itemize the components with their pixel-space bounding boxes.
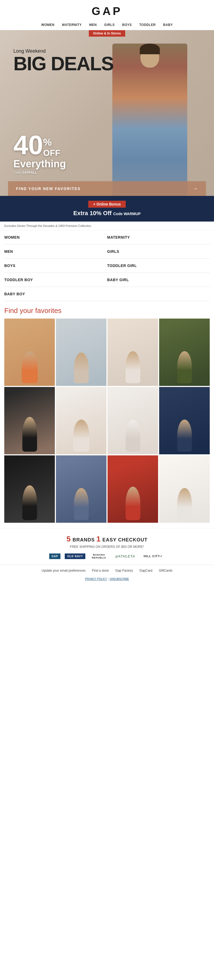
favorites-grid bbox=[4, 318, 210, 523]
header: GAP WOMEN MATERNITY MEN GIRLS BOYS TODDL… bbox=[0, 0, 214, 30]
hero-cta-text: FIND YOUR NEW FAVORITES bbox=[16, 186, 81, 191]
bonus-badge: + Online Bonus bbox=[88, 201, 125, 208]
checkout-count: 1 bbox=[96, 535, 101, 543]
hero-inner: Long Weekend BIG DEALS 40 % OFF bbox=[0, 30, 214, 196]
hero-content: Long Weekend BIG DEALS 40 % OFF bbox=[8, 38, 206, 196]
list-item[interactable] bbox=[107, 318, 158, 386]
hero-discount: 40 % OFF Everything Code GAPFALL bbox=[13, 132, 66, 175]
footer-giftcards[interactable]: GiftCards bbox=[159, 569, 172, 573]
cat-men[interactable]: MEN bbox=[4, 245, 107, 258]
cat-baby-girl[interactable]: BABY GIRL bbox=[107, 273, 210, 287]
bonus-code: Code WARMUP bbox=[113, 212, 141, 216]
list-item[interactable] bbox=[159, 387, 210, 454]
brands-headline: 5 BRANDS 1 EASY CHECKOUT bbox=[4, 535, 210, 543]
cat-toddler-boy[interactable]: TODDLER BOY bbox=[4, 273, 107, 287]
nav-girls[interactable]: GIRLS bbox=[104, 23, 115, 27]
excludes-text: Excludes Denim Through the Decades & 196… bbox=[0, 221, 214, 231]
list-item[interactable] bbox=[159, 318, 210, 386]
footer-gap-factory[interactable]: Gap Factory bbox=[115, 569, 133, 573]
footer-legal: PRIVACY POLICY | UNSUBSCRIBE bbox=[0, 574, 214, 585]
cat-row-3: BOYS TODDLER GIRL bbox=[4, 259, 210, 273]
main-nav: WOMEN MATERNITY MEN GIRLS BOYS TODDLER B… bbox=[0, 20, 214, 30]
brand-oldnavy-logo: OLD NAVY bbox=[65, 554, 85, 559]
footer-find-store[interactable]: Find a store bbox=[92, 569, 109, 573]
footer-links: Update your email preferences Find a sto… bbox=[0, 565, 214, 574]
list-item[interactable] bbox=[56, 387, 107, 454]
favorites-title: Find your favorites bbox=[4, 307, 210, 315]
privacy-policy-link[interactable]: PRIVACY POLICY bbox=[85, 578, 107, 581]
cat-row-2: MEN GIRLS bbox=[4, 245, 210, 259]
brands-section: 5 BRANDS 1 EASY CHECKOUT FREE SHIPPING O… bbox=[0, 528, 214, 565]
cat-row-5: BABY BOY bbox=[4, 287, 210, 301]
discount-item: Everything bbox=[13, 158, 66, 170]
cat-baby-boy[interactable]: BABY BOY bbox=[4, 287, 107, 301]
hero-code: Code GAPFALL bbox=[13, 171, 66, 175]
unsubscribe-link[interactable]: UNSUBSCRIBE bbox=[110, 578, 129, 581]
brand-banana-logo: BANANAREPUBLIC bbox=[89, 552, 109, 560]
bonus-bar: + Online Bonus Extra 10% Off Code WARMUP bbox=[0, 196, 214, 221]
list-item[interactable] bbox=[4, 318, 55, 386]
brands-count: 5 bbox=[67, 535, 71, 543]
categories-section: WOMEN MATERNITY MEN GIRLS BOYS TODDLER G… bbox=[0, 231, 214, 301]
brands-sub: FREE SHIPPING ON ORDERS OF $50 OR MORE* bbox=[4, 545, 210, 549]
nav-toddler[interactable]: TODDLER bbox=[139, 23, 156, 27]
list-item[interactable] bbox=[56, 455, 107, 523]
cat-empty bbox=[107, 287, 210, 301]
nav-men[interactable]: MEN bbox=[89, 23, 97, 27]
cat-girls[interactable]: GIRLS bbox=[107, 245, 210, 258]
cat-row-1: WOMEN MATERNITY bbox=[4, 231, 210, 245]
bonus-text: Extra 10% Off Code WARMUP bbox=[5, 210, 209, 217]
brands-logos: GAP OLD NAVY BANANAREPUBLIC ◎ATHLETA HIL… bbox=[4, 552, 210, 560]
discount-symbol: % bbox=[43, 137, 60, 148]
nav-maternity[interactable]: MATERNITY bbox=[62, 23, 82, 27]
nav-boys[interactable]: BOYS bbox=[122, 23, 132, 27]
list-item[interactable] bbox=[159, 455, 210, 523]
hero-section: Online & In Stores Long Weekend BIG DEAL… bbox=[0, 30, 214, 196]
cat-boys[interactable]: BOYS bbox=[4, 259, 107, 273]
list-item[interactable] bbox=[4, 387, 55, 454]
list-item[interactable] bbox=[4, 455, 55, 523]
favorites-section: Find your favorites bbox=[0, 301, 214, 525]
hero-title: BIG DEALS bbox=[13, 54, 113, 73]
cat-women[interactable]: WOMEN bbox=[4, 231, 107, 244]
cat-toddler-girl[interactable]: TODDLER GIRL bbox=[107, 259, 210, 273]
list-item[interactable] bbox=[56, 318, 107, 386]
list-item[interactable] bbox=[107, 387, 158, 454]
hero-badge: Online & In Stores bbox=[89, 30, 125, 37]
footer-email-prefs[interactable]: Update your email preferences bbox=[42, 569, 86, 573]
brand-athleta-logo: ◎ATHLETA bbox=[113, 553, 137, 559]
footer-gapcard[interactable]: GapCard bbox=[139, 569, 152, 573]
cat-maternity[interactable]: MATERNITY bbox=[107, 231, 210, 244]
discount-number: 40 bbox=[13, 132, 43, 158]
gap-logo: GAP bbox=[0, 5, 214, 18]
discount-off: OFF bbox=[43, 148, 60, 158]
hero-cta-arrow: → bbox=[193, 186, 198, 192]
brand-hillcity-logo: HILL CITY✓ bbox=[142, 554, 165, 559]
list-item[interactable] bbox=[107, 455, 158, 523]
cat-row-4: TODDLER BOY BABY GIRL bbox=[4, 273, 210, 287]
hero-cta[interactable]: FIND YOUR NEW FAVORITES → bbox=[8, 181, 206, 196]
nav-women[interactable]: WOMEN bbox=[41, 23, 54, 27]
nav-baby[interactable]: BABY bbox=[163, 23, 173, 27]
brand-gap-logo: GAP bbox=[49, 554, 61, 559]
